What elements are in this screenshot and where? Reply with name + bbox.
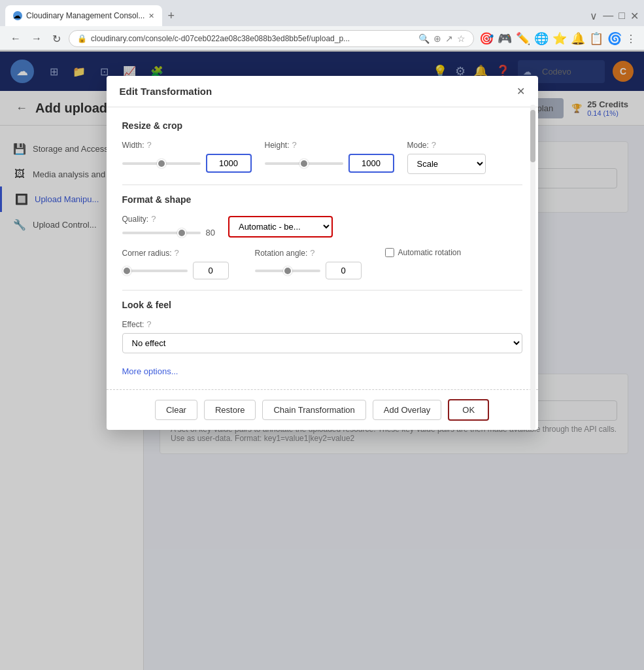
- mode-help-icon[interactable]: ?: [432, 140, 436, 150]
- refresh-button[interactable]: ↻: [50, 31, 63, 46]
- add-overlay-button[interactable]: Add Overlay: [373, 400, 442, 420]
- address-bar[interactable]: 🔒 cloudinary.com/console/c-d07ceb022ae08…: [69, 30, 474, 47]
- more-options-section: More options...: [122, 366, 522, 376]
- minimize-icon[interactable]: ∨: [590, 10, 598, 22]
- effect-help-icon[interactable]: ?: [146, 319, 151, 329]
- height-group: Height: ?: [265, 140, 394, 173]
- modal-scrollbar-thumb[interactable]: [530, 110, 535, 162]
- width-input[interactable]: [206, 154, 252, 173]
- chain-transformation-button[interactable]: Chain Transformation: [262, 400, 365, 420]
- modal-footer: Clear Restore Chain Transformation Add O…: [107, 389, 538, 430]
- ok-button[interactable]: OK: [448, 399, 489, 421]
- width-slider[interactable]: [122, 162, 201, 165]
- extension-5[interactable]: ⭐: [552, 31, 567, 46]
- height-input[interactable]: [348, 154, 394, 173]
- modal-scrollbar-track: [530, 105, 535, 430]
- auto-rotation-group: Automatic rotation: [385, 248, 462, 258]
- rotation-group: Rotation angle: ?: [255, 248, 362, 279]
- extension-1[interactable]: 🎯: [479, 31, 494, 46]
- extension-2[interactable]: 🎮: [498, 31, 512, 46]
- extension-8[interactable]: 🌀: [607, 31, 622, 46]
- look-feel-title: Look & feel: [122, 300, 522, 310]
- quality-slider[interactable]: [122, 232, 201, 234]
- tab-title: Cloudinary Management Consol...: [26, 11, 144, 20]
- edit-transformation-modal: Edit Transformation ✕ Resize & crop Widt…: [107, 76, 538, 430]
- zoom-icon[interactable]: ⊕: [433, 33, 441, 44]
- width-slider-container: [122, 154, 252, 173]
- corner-rotation-row: Corner radius: ? Rotation angle: ?: [122, 248, 522, 279]
- new-tab-button[interactable]: +: [165, 7, 177, 26]
- active-tab[interactable]: ☁ Cloudinary Management Consol... ✕: [5, 5, 162, 26]
- restore-button[interactable]: Restore: [204, 400, 256, 420]
- quality-select-group: Automatic - be... Automatic - eco Manual: [228, 216, 333, 238]
- browser-window: ☁ Cloudinary Management Consol... ✕ + ∨ …: [0, 0, 644, 52]
- back-nav-button[interactable]: ←: [8, 31, 24, 46]
- quality-group: Quality: ? 80: [122, 214, 215, 238]
- mode-select[interactable]: Scale Fit Fill Crop Thumbnail: [407, 154, 486, 174]
- extension-7[interactable]: 📋: [589, 31, 603, 46]
- window-controls: ∨ — □ ✕: [590, 10, 639, 22]
- browser-extensions: 🎯 🎮 ✏️ 🌐 ⭐ 🔔 📋 🌀 ⋮: [479, 31, 636, 46]
- bookmark-icon[interactable]: ☆: [457, 33, 466, 44]
- corner-radius-slider[interactable]: [122, 270, 188, 272]
- close-window-icon[interactable]: ✕: [630, 10, 639, 22]
- quality-select[interactable]: Automatic - be... Automatic - eco Manual: [228, 216, 333, 238]
- share-icon[interactable]: ↗: [445, 33, 453, 44]
- mode-group: Mode: ? Scale Fit Fill Crop Thumbnail: [407, 140, 486, 174]
- quality-row: Quality: ? 80 Automatic - be... Automati…: [122, 214, 522, 238]
- clear-button[interactable]: Clear: [155, 400, 197, 420]
- quality-slider-container: 80: [122, 228, 215, 238]
- rotation-slider[interactable]: [255, 270, 320, 272]
- corner-radius-help-icon[interactable]: ?: [175, 248, 179, 258]
- quality-help-icon[interactable]: ?: [151, 214, 156, 224]
- modal-header: Edit Transformation ✕: [107, 76, 538, 107]
- corner-radius-label: Corner radius: ?: [122, 248, 229, 258]
- extension-4[interactable]: 🌐: [534, 31, 549, 46]
- rotation-slider-container: [255, 262, 362, 279]
- quality-label: Quality: ?: [122, 214, 215, 224]
- modal-title: Edit Transformation: [120, 86, 212, 97]
- height-slider-container: [265, 154, 394, 173]
- modal-close-button[interactable]: ✕: [517, 85, 525, 97]
- extension-6[interactable]: 🔔: [571, 31, 585, 46]
- more-options-link[interactable]: More options...: [122, 366, 178, 376]
- height-slider[interactable]: [265, 162, 343, 165]
- auto-rotation-label[interactable]: Automatic rotation: [385, 248, 462, 257]
- url-text: cloudinary.com/console/c-d07ceb022ae08c3…: [91, 34, 415, 43]
- restore-icon[interactable]: □: [619, 10, 625, 22]
- more-options-icon[interactable]: ⋮: [626, 33, 636, 45]
- resize-crop-title: Resize & crop: [122, 120, 522, 131]
- quality-value: 80: [206, 228, 215, 238]
- corner-radius-group: Corner radius: ?: [122, 248, 229, 279]
- forward-nav-button[interactable]: →: [29, 31, 44, 46]
- auto-rotation-checkbox[interactable]: [385, 248, 394, 257]
- maximize-icon[interactable]: —: [603, 10, 613, 22]
- height-label: Height: ?: [265, 140, 394, 150]
- effect-group: Effect: ? No effect Blur Grayscale Sepia: [122, 319, 522, 353]
- modal-overlay: Edit Transformation ✕ Resize & crop Widt…: [0, 50, 644, 670]
- width-help-icon[interactable]: ?: [147, 140, 152, 150]
- search-icon[interactable]: 🔍: [418, 33, 430, 44]
- format-shape-title: Format & shape: [122, 194, 522, 205]
- extension-3[interactable]: ✏️: [516, 31, 530, 46]
- mode-label: Mode: ?: [407, 140, 486, 150]
- rotation-help-icon[interactable]: ?: [310, 248, 314, 258]
- corner-radius-input[interactable]: [193, 262, 229, 279]
- effect-label: Effect: ?: [122, 319, 522, 329]
- height-help-icon[interactable]: ?: [292, 140, 297, 150]
- corner-slider-container: [122, 262, 229, 279]
- browser-controls: ← → ↻ 🔒 cloudinary.com/console/c-d07ceb0…: [0, 26, 644, 52]
- rotation-input[interactable]: [326, 262, 362, 279]
- width-label: Width: ?: [122, 140, 252, 150]
- effect-select[interactable]: No effect Blur Grayscale Sepia: [122, 333, 522, 353]
- rotation-label: Rotation angle: ?: [255, 248, 362, 258]
- tab-favicon: ☁: [13, 11, 22, 20]
- modal-body: Resize & crop Width: ?: [107, 107, 538, 389]
- width-group: Width: ?: [122, 140, 252, 173]
- tab-close-button[interactable]: ✕: [148, 12, 154, 20]
- tab-bar: ☁ Cloudinary Management Consol... ✕ + ∨ …: [0, 0, 644, 26]
- resize-row: Width: ? Height: ?: [122, 140, 522, 174]
